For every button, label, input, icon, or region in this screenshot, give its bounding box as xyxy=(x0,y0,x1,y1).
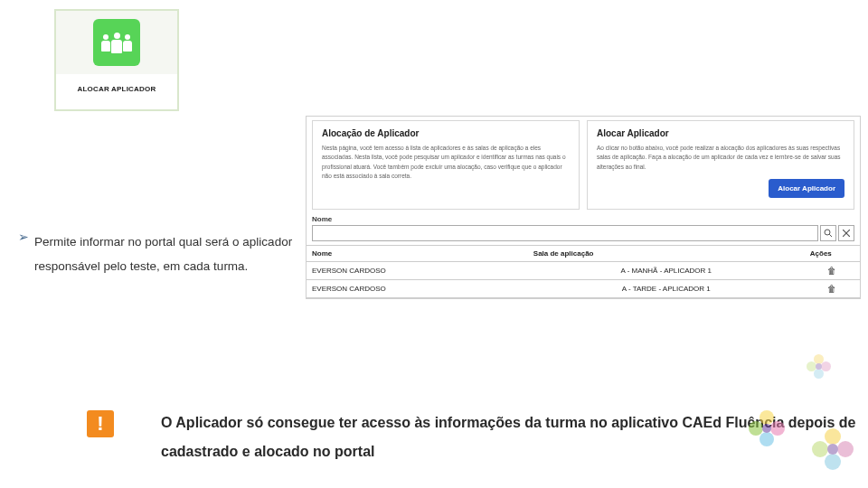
pane-alocacao-info: Alocação de Aplicador Nesta página, você… xyxy=(312,120,580,210)
card-label: ALOCAR APLICADOR xyxy=(56,74,177,109)
card-icon-zone xyxy=(56,11,177,74)
table-header-row: Nome Sala de aplicação Ações xyxy=(307,246,860,262)
flower-decoration-icon xyxy=(807,354,832,380)
clear-icon[interactable] xyxy=(838,225,854,241)
filter-label: Nome xyxy=(312,215,854,223)
delete-icon[interactable]: 🗑 xyxy=(827,284,836,294)
warning-badge: ! xyxy=(87,410,114,437)
bullet-area: ➢ Permite informar no portal qual será o… xyxy=(18,230,326,278)
svg-point-0 xyxy=(825,230,830,235)
th-sala: Sala de aplicação xyxy=(528,246,805,262)
flower-decoration-icon xyxy=(812,428,854,470)
pane-left-text: Nesta página, você tem acesso à lista de… xyxy=(322,144,570,182)
th-nome: Nome xyxy=(307,246,528,262)
chevron-right-icon: ➢ xyxy=(18,230,29,245)
pane-left-title: Alocação de Aplicador xyxy=(322,128,570,138)
cell-sala: A - MANHÃ - APLICADOR 1 xyxy=(528,262,805,280)
cell-nome: EVERSON CARDOSO xyxy=(307,280,528,298)
filter-name-input[interactable] xyxy=(312,225,818,241)
pane-alocar-action: Alocar Aplicador Ao clicar no botão abai… xyxy=(587,120,854,210)
table-row: EVERSON CARDOSO A - TARDE - APLICADOR 1 … xyxy=(307,280,860,298)
bullet-text: Permite informar no portal qual será o a… xyxy=(34,230,326,278)
panel-alocacao: Alocação de Aplicador Nesta página, você… xyxy=(306,116,861,299)
pane-right-text: Ao clicar no botão abaixo, você pode rea… xyxy=(597,144,844,172)
delete-icon[interactable]: 🗑 xyxy=(827,266,836,276)
cell-acoes: 🗑 xyxy=(805,280,860,298)
cell-acoes: 🗑 xyxy=(805,262,860,280)
svg-line-1 xyxy=(829,234,832,237)
table-row: EVERSON CARDOSO A - MANHÃ - APLICADOR 1 … xyxy=(307,262,860,280)
th-acoes: Ações xyxy=(805,246,860,262)
filter-row: Nome xyxy=(307,213,860,245)
cell-nome: EVERSON CARDOSO xyxy=(307,262,528,280)
aplicadores-table: Nome Sala de aplicação Ações EVERSON CAR… xyxy=(307,245,860,298)
card-alocar-aplicador[interactable]: ALOCAR APLICADOR xyxy=(54,9,179,111)
alocar-aplicador-button[interactable]: Alocar Aplicador xyxy=(769,179,844,198)
pane-right-title: Alocar Aplicador xyxy=(597,128,844,138)
search-icon[interactable] xyxy=(820,225,836,241)
people-group-icon xyxy=(93,19,140,66)
flower-decoration-icon xyxy=(749,410,785,446)
cell-sala: A - TARDE - APLICADOR 1 xyxy=(528,280,805,298)
